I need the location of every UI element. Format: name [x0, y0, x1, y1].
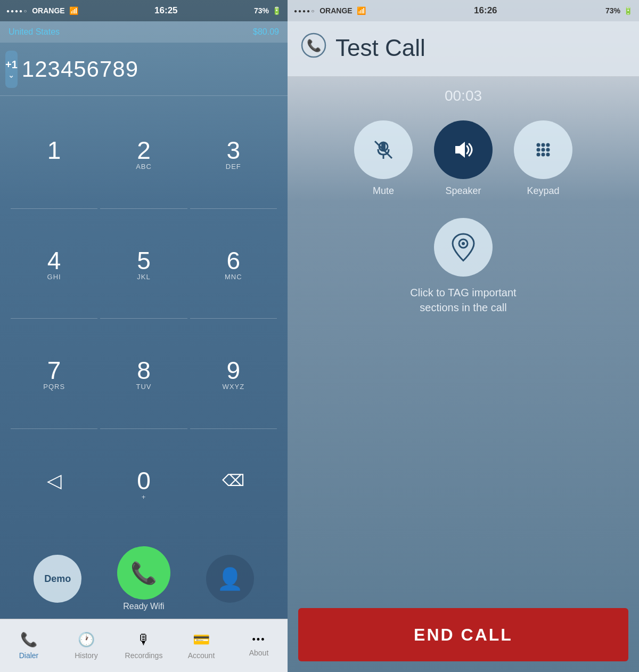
mute-button[interactable]: [354, 120, 413, 179]
signal-dots-right: ●●●●○: [294, 8, 315, 14]
svg-point-14: [542, 153, 545, 157]
svg-point-10: [537, 148, 540, 152]
country-code-text: +1: [5, 59, 18, 71]
time-left: 16:25: [154, 5, 177, 16]
contact-icon: 👤: [217, 566, 243, 592]
status-right-group: 73% 🔋: [254, 6, 281, 15]
dial-key-0[interactable]: 0 +: [100, 432, 187, 539]
battery-pct-left: 73%: [254, 6, 269, 15]
dial-key-back[interactable]: ◁: [11, 432, 97, 539]
status-left-group: ●●●●○ ORANGE 📶: [6, 6, 78, 15]
tab-history[interactable]: 🕐 History: [58, 619, 115, 672]
call-col: 📞 Ready Wifi: [117, 546, 170, 611]
dial-key-2[interactable]: 2 ABC: [100, 101, 187, 209]
tab-recordings[interactable]: 🎙 Recordings: [115, 619, 173, 672]
dial-key-1[interactable]: 1: [11, 101, 97, 209]
dial-key-7[interactable]: 7 PQRS: [11, 321, 97, 429]
call-header: 📞 Test Call: [288, 21, 639, 77]
keypad-button[interactable]: [514, 120, 572, 179]
contact-col: 👤: [206, 555, 254, 603]
battery-pct-right: 73%: [605, 6, 620, 15]
status-bar-right: ●●●●○ ORANGE 📶 16:26 73% 🔋: [288, 0, 639, 21]
svg-point-17: [462, 242, 465, 245]
tab-history-label: History: [75, 651, 98, 660]
country-name: United States: [9, 27, 60, 37]
mute-icon: [371, 137, 396, 162]
svg-point-8: [542, 143, 545, 147]
dial-key-6[interactable]: 6 MNC: [190, 212, 277, 319]
dial-key-3[interactable]: 3 DEF: [190, 101, 277, 209]
call-button[interactable]: 📞: [117, 546, 170, 600]
svg-point-12: [546, 148, 550, 152]
svg-point-9: [546, 143, 550, 147]
action-row: Demo 📞 Ready Wifi 👤: [0, 544, 288, 619]
tab-dialer[interactable]: 📞 Dialer: [0, 619, 58, 672]
tab-about-label: About: [249, 649, 269, 657]
speaker-control[interactable]: Speaker: [434, 120, 493, 197]
dial-key-delete[interactable]: ⌫: [190, 432, 277, 539]
phone-right: ●●●●○ ORANGE 📶 16:26 73% 🔋 📞 Test Call 0…: [288, 0, 639, 672]
phone-number-input[interactable]: [22, 56, 303, 82]
contacts-button[interactable]: 👤: [206, 555, 254, 603]
svg-text:📞: 📞: [307, 38, 322, 53]
time-right: 16:26: [474, 5, 497, 16]
account-tab-icon: 💳: [193, 631, 210, 648]
carrier-name-right: ORANGE: [320, 6, 352, 15]
dial-key-8[interactable]: 8 TUV: [100, 321, 187, 429]
phone-left: ●●●●○ ORANGE 📶 16:25 73% 🔋 United States…: [0, 0, 288, 672]
phone-tab-icon: 📞: [20, 631, 37, 648]
wifi-icon: 📶: [69, 6, 78, 15]
call-phone-icon: 📞: [300, 32, 327, 63]
country-code-button[interactable]: +1 ⌄: [5, 51, 18, 88]
demo-label: Demo: [44, 573, 71, 585]
speaker-icon: [451, 137, 476, 162]
mute-control[interactable]: Mute: [354, 120, 413, 197]
demo-button[interactable]: Demo: [34, 555, 81, 603]
call-icon: 📞: [130, 561, 157, 586]
tab-account[interactable]: 💳 Account: [173, 619, 230, 672]
keypad-control[interactable]: Keypad: [514, 120, 572, 197]
tab-account-label: Account: [188, 651, 215, 660]
dial-key-4[interactable]: 4 GHI: [11, 212, 97, 319]
chevron-down-icon: ⌄: [8, 71, 14, 79]
call-spacer: [288, 326, 639, 597]
keypad-label: Keypad: [527, 185, 559, 197]
balance-display: $80.09: [253, 27, 279, 37]
tab-dialer-label: Dialer: [19, 651, 39, 660]
battery-icon-left: 🔋: [272, 6, 281, 15]
svg-point-13: [537, 153, 540, 157]
tag-section: Click to TAG importantsections in the ca…: [288, 207, 639, 326]
svg-point-15: [546, 153, 550, 157]
battery-icon-right: 🔋: [624, 6, 633, 15]
tab-about[interactable]: ••• About: [230, 619, 288, 672]
mute-label: Mute: [373, 185, 394, 197]
signal-dots: ●●●●○: [6, 8, 28, 14]
call-controls: Mute Speaker: [288, 110, 639, 207]
demo-col: Demo: [34, 555, 81, 603]
status-bar-left: ●●●●○ ORANGE 📶 16:25 73% 🔋: [0, 0, 288, 21]
dial-key-9[interactable]: 9 WXYZ: [190, 321, 277, 429]
tag-button[interactable]: [434, 218, 493, 277]
country-bar: United States $80.09: [0, 21, 288, 43]
end-call-button[interactable]: END CALL: [298, 608, 628, 661]
wifi-icon-right: 📶: [357, 6, 366, 15]
recordings-tab-icon: 🎙: [137, 631, 151, 648]
status-right-left-group: ●●●●○ ORANGE 📶: [294, 6, 366, 15]
wifi-status-label: Ready Wifi: [123, 602, 164, 611]
tag-description-text: Click to TAG importantsections in the ca…: [410, 285, 516, 315]
keypad-icon: [531, 137, 555, 162]
call-title: Test Call: [335, 35, 425, 61]
speaker-label: Speaker: [445, 185, 481, 197]
dial-key-5[interactable]: 5 JKL: [100, 212, 187, 319]
speaker-button[interactable]: [434, 120, 493, 179]
location-icon: [450, 231, 477, 263]
tab-recordings-label: Recordings: [125, 651, 163, 660]
status-right-right-group: 73% 🔋: [605, 6, 633, 15]
number-area: +1 ⌄ Buy 🛒: [0, 43, 288, 96]
tab-bar-left: 📞 Dialer 🕐 History 🎙 Recordings 💳 Accoun…: [0, 619, 288, 672]
call-timer: 00:03: [288, 77, 639, 110]
about-tab-icon: •••: [252, 634, 266, 645]
history-tab-icon: 🕐: [78, 631, 95, 648]
svg-point-7: [537, 143, 540, 147]
carrier-name: ORANGE: [32, 6, 64, 15]
